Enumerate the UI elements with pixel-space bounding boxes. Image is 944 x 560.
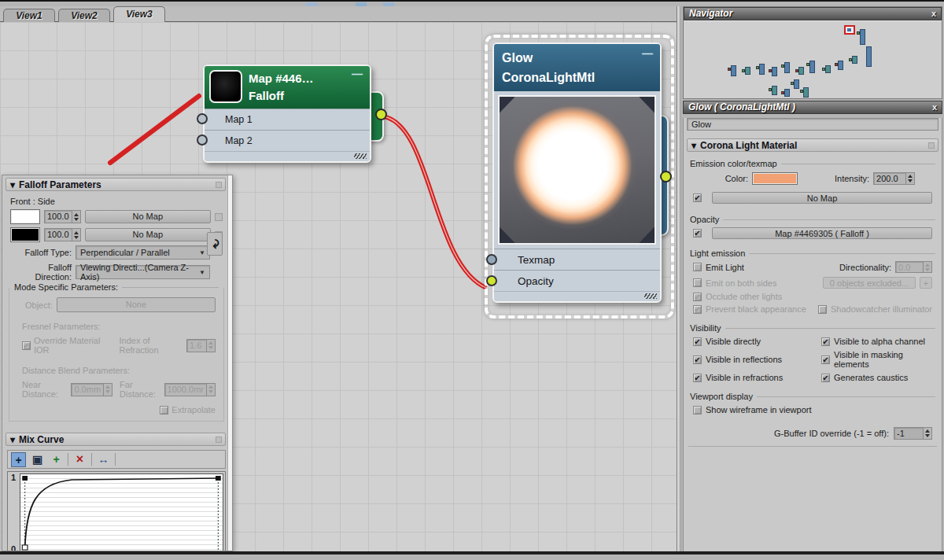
minimap-node[interactable]	[860, 29, 865, 45]
visible-alpha-checkbox[interactable]: ✔	[821, 337, 830, 346]
delete-point-icon[interactable]: ×	[72, 452, 87, 467]
show-wireframe-checkbox[interactable]	[693, 406, 702, 414]
panel-scrollbar[interactable]	[227, 175, 232, 551]
near-distance-spinner[interactable]: 0.0mm	[71, 383, 112, 396]
texmap-input-socket-icon[interactable]	[486, 254, 497, 265]
close-icon[interactable]: x	[932, 101, 937, 113]
curve-area[interactable]	[20, 473, 223, 551]
tab-view2[interactable]: View2	[58, 9, 110, 22]
opacity-slot-label: Opacity	[518, 275, 554, 287]
visible-masking-checkbox[interactable]: ✔	[821, 356, 830, 364]
minimap-node[interactable]	[866, 46, 872, 67]
falloff-output-port[interactable]	[375, 109, 387, 120]
visible-directly-checkbox[interactable]: ✔	[693, 337, 702, 346]
tab-view3[interactable]: View3	[113, 6, 165, 22]
map1-input-socket-icon[interactable]	[197, 113, 208, 124]
minimap-node[interactable]	[852, 56, 857, 64]
side-color-swatch[interactable]	[10, 227, 40, 242]
mix-curve-graph[interactable]: 1 0	[7, 471, 226, 551]
opacity-map-checkbox[interactable]: ✔	[693, 229, 702, 238]
minimap-node[interactable]	[772, 67, 777, 76]
occlude-other-lights-checkbox[interactable]: ✔	[693, 293, 702, 301]
minimap-node[interactable]	[784, 89, 790, 97]
emission-map-checkbox[interactable]: ✔	[693, 193, 702, 202]
opacity-map-button[interactable]: Map #4469305 ( Falloff )	[712, 227, 932, 239]
navigator-selected-node-icon[interactable]	[844, 25, 855, 35]
move-points-icon[interactable]: +	[11, 452, 26, 467]
glow-slot-opacity[interactable]: Opacity	[494, 270, 660, 291]
minimap-node[interactable]	[731, 65, 736, 76]
falloff-thumbnail[interactable]	[209, 70, 242, 103]
intensity-spinner[interactable]: 200.0	[873, 172, 915, 185]
material-name-field[interactable]: Glow	[687, 118, 938, 131]
navigator-titlebar[interactable]: Navigator x	[684, 7, 942, 20]
add-excluded-button[interactable]: +	[920, 277, 932, 289]
emit-both-sides-checkbox[interactable]	[693, 278, 702, 287]
glow-node-header[interactable]: Glow CoronaLightMtl —	[494, 44, 660, 91]
visible-refractions-checkbox[interactable]: ✔	[693, 374, 702, 382]
opacity-input-socket-icon[interactable]	[486, 275, 497, 286]
front-color-swatch[interactable]	[10, 209, 40, 224]
object-pick-button[interactable]: None	[57, 297, 216, 312]
side-amount-spinner[interactable]: 100.0	[44, 228, 81, 241]
falloff-direction-dropdown[interactable]: Viewing Directi...(Camera Z-Axis) ▼	[76, 265, 210, 279]
collapse-icon[interactable]: —	[642, 46, 653, 63]
glow-coronalightmtl-node[interactable]: Glow CoronaLightMtl — Texmap Opacity	[492, 42, 662, 303]
glow-node-name: Glow	[502, 49, 652, 68]
minimap-node[interactable]	[759, 64, 765, 75]
glow-material-output-port[interactable]	[660, 171, 672, 182]
minimap-node[interactable]	[794, 79, 799, 89]
falloff-slot-map2[interactable]: Map 2	[205, 130, 370, 151]
side-map-button[interactable]: No Map	[85, 228, 211, 241]
navigator-minimap[interactable]	[684, 20, 942, 98]
material-preview[interactable]	[498, 95, 656, 245]
minimap-node[interactable]	[825, 65, 831, 73]
minimap-node[interactable]	[784, 62, 790, 73]
minimap-node[interactable]	[838, 61, 843, 70]
resize-grip-icon[interactable]	[354, 153, 367, 159]
add-point-icon[interactable]: +	[49, 452, 64, 467]
front-amount-spinner[interactable]: 100.0	[44, 210, 81, 223]
visible-reflections-checkbox[interactable]: ✔	[693, 356, 702, 364]
glow-slot-texmap[interactable]: Texmap	[494, 249, 660, 270]
node-graph-canvas[interactable]: Map #446… Falloff — Map 1 Map 2	[0, 22, 677, 553]
tab-view1[interactable]: View1	[3, 9, 55, 22]
wire-to-falloff[interactable]	[110, 96, 199, 163]
objects-excluded-button[interactable]: 0 objects excluded...	[823, 277, 916, 289]
shadowcatcher-checkbox[interactable]	[818, 305, 827, 314]
front-map-button[interactable]: No Map	[85, 210, 211, 223]
minimap-node[interactable]	[803, 87, 809, 98]
rollout-mix-curve[interactable]: ▾ Mix Curve	[6, 433, 226, 446]
extrapolate-checkbox[interactable]	[160, 406, 168, 414]
map2-input-socket-icon[interactable]	[197, 134, 208, 146]
emission-map-button[interactable]: No Map	[712, 192, 932, 204]
override-ior-checkbox[interactable]: ✔	[22, 341, 31, 350]
gbuffer-spinner[interactable]: -1	[894, 427, 932, 440]
ior-spinner[interactable]: 1.6	[186, 339, 216, 352]
far-distance-spinner[interactable]: 1000.0mr	[164, 383, 216, 396]
rollout-falloff-parameters[interactable]: ▾ Falloff Parameters	[6, 178, 226, 191]
prevent-black-checkbox[interactable]: ✔	[693, 305, 702, 314]
minimap-node[interactable]	[772, 86, 777, 95]
minimap-node[interactable]	[809, 61, 815, 73]
directionality-spinner[interactable]: 0.0	[895, 261, 932, 273]
scale-point-icon[interactable]: ▣	[30, 452, 45, 467]
emission-color-swatch[interactable]	[752, 172, 798, 185]
close-icon[interactable]: x	[931, 8, 936, 20]
pan-zoom-icon[interactable]: ↔	[96, 452, 111, 467]
collapse-icon[interactable]: —	[352, 68, 363, 80]
falloff-node[interactable]: Map #446… Falloff — Map 1 Map 2	[203, 64, 371, 163]
falloff-type-dropdown[interactable]: Perpendicular / Parallel ▼	[76, 245, 210, 260]
minimap-node[interactable]	[745, 67, 750, 75]
falloff-slot-map1[interactable]: Map 1	[205, 109, 370, 130]
rollout-corona-light-material[interactable]: ▾ Corona Light Material	[687, 138, 938, 152]
front-map-checkbox[interactable]	[215, 213, 223, 221]
material-panel-titlebar[interactable]: Glow ( CoronaLightMtl ) x	[683, 101, 942, 114]
swap-colors-button[interactable]: ↷	[207, 232, 223, 256]
generates-caustics-checkbox[interactable]: ✔	[821, 374, 830, 382]
falloff-node-header[interactable]: Map #446… Falloff —	[205, 66, 370, 109]
resize-grip-icon[interactable]	[644, 293, 657, 299]
minimap-node[interactable]	[798, 67, 804, 75]
emit-light-checkbox[interactable]	[693, 263, 702, 271]
opacity-group-label: Opacity	[690, 215, 719, 224]
